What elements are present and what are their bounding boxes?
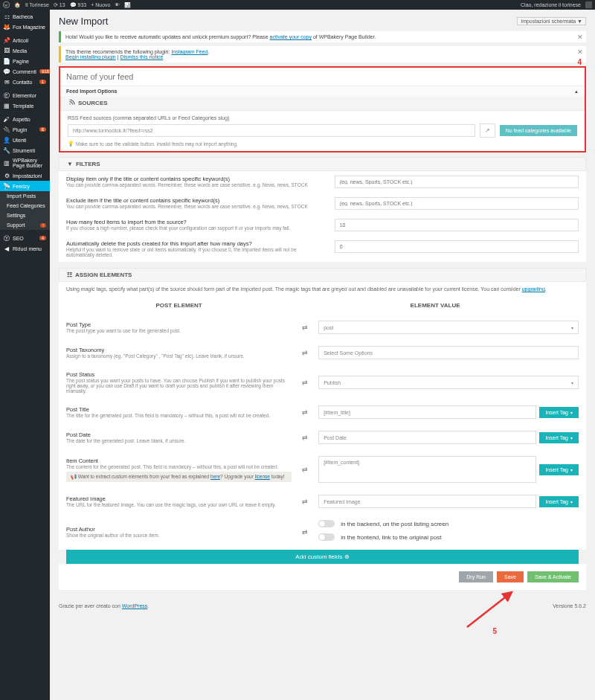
sidebar-item-elementor[interactable]: ⒺElementor	[0, 90, 50, 100]
sidebar-item-wpbakery[interactable]: ▥WPBakery Page Builder	[0, 155, 50, 170]
insert-tag-button[interactable]: Insert Tag ▾	[539, 496, 579, 507]
dry-run-button[interactable]: Dry Run	[459, 571, 493, 582]
sidebar-item-collapse[interactable]: ◀Riduci menu	[0, 243, 50, 254]
greeting[interactable]: Ciao, redazione il torinese	[521, 2, 581, 7]
post-title-input[interactable]: [#item_title]	[318, 405, 536, 419]
user-icon: 👤	[4, 137, 10, 143]
featured-image-label: Featured Image	[66, 495, 292, 502]
brush-icon: 🖌	[4, 116, 10, 122]
filter-delete-input[interactable]	[335, 240, 579, 253]
feed-options-label: Feed Import Options	[66, 89, 117, 94]
screen-options-toggle[interactable]: Impostazioni schermata ▼	[517, 17, 586, 25]
notice-plugin: This theme recommends the following plug…	[59, 46, 586, 62]
sidebar-item-media[interactable]: 🖼Media	[0, 45, 50, 56]
elementor-icon: Ⓔ	[4, 92, 10, 98]
new-link[interactable]: + Nuovo	[91, 2, 110, 7]
item-content-label: Item Content	[66, 457, 292, 464]
no-categories-button[interactable]: No feed categories available	[500, 125, 577, 136]
sidebar-item-commenti[interactable]: 💬Commenti918	[0, 66, 50, 77]
sidebar-item-fox[interactable]: 🦊Fox Magazine	[0, 22, 50, 32]
filter-count-label: How many feed items to import from the s…	[66, 219, 312, 225]
dismiss-icon[interactable]: ✕	[577, 48, 583, 56]
post-date-input[interactable]: Post Date	[318, 431, 536, 444]
comments-icon[interactable]: 💬 933	[70, 2, 87, 8]
insert-tag-button[interactable]: Insert Tag ▾	[539, 464, 579, 475]
mail-icon: ✉	[4, 79, 10, 85]
annotation-marker-4: 4	[577, 58, 582, 66]
here-link[interactable]: here	[210, 474, 220, 479]
rss-icon: 📡	[4, 183, 10, 189]
seo-icon: Ⓨ	[4, 235, 10, 241]
author-frontend-toggle[interactable]	[318, 533, 335, 541]
chart-icon[interactable]: 📊	[124, 2, 131, 8]
filter-exclude-input[interactable]	[335, 197, 579, 210]
sidebar-sub-import[interactable]: Import Posts	[0, 191, 50, 201]
activate-link[interactable]: activate your copy	[270, 34, 312, 39]
assign-col2-header: ELEMENT VALUE	[292, 302, 579, 309]
annotation-marker-5: 5	[492, 627, 497, 635]
save-activate-button[interactable]: Save & Activate	[527, 571, 579, 582]
wordpress-icon[interactable]	[3, 1, 10, 8]
chevron-down-icon: ▾	[571, 380, 573, 385]
megaphone-icon: 📢	[71, 474, 77, 479]
gear-icon: ⚙	[4, 173, 10, 179]
swap-icon: ⇄	[299, 466, 311, 473]
swap-icon: ⇄	[299, 498, 311, 505]
chevron-up-icon[interactable]: ▲	[574, 89, 579, 94]
sidebar-item-plugin[interactable]: 🔌Plugin6	[0, 124, 50, 135]
dismiss-icon[interactable]: ✕	[577, 33, 583, 41]
sidebar-item-bacheca[interactable]: ⚏Bacheca	[0, 11, 50, 22]
pin-icon: 📌	[4, 37, 10, 43]
chevron-down-icon: ▾	[570, 435, 573, 440]
assign-heading: ASSIGN ELEMENTS	[75, 272, 132, 278]
item-content-textarea[interactable]: [#item_content]	[318, 456, 536, 483]
filter-exclude-help: You can provide comma-separated words. R…	[66, 204, 312, 209]
refresh-icon[interactable]: ⟳ 13	[54, 2, 65, 8]
swap-icon: ⇄	[299, 434, 311, 441]
begin-install-link[interactable]: Begin installing plugin	[65, 54, 116, 60]
sidebar-item-feedzy[interactable]: 📡Feedzy	[0, 181, 50, 191]
toggle-label: in the backend, on the post listing scre…	[341, 521, 448, 527]
featured-image-input[interactable]: Featured Image	[318, 495, 536, 508]
filter-display-input[interactable]	[335, 176, 579, 188]
insert-tag-button[interactable]: Insert Tag ▾	[539, 432, 579, 443]
filters-heading: FILTERS	[76, 161, 100, 167]
toggle-label: in the frontend, link to the original po…	[341, 534, 441, 541]
sidebar-item-template[interactable]: ▦Template	[0, 100, 50, 111]
sidebar-item-strumenti[interactable]: 🔧Strumenti	[0, 145, 50, 155]
callout-upgrade: 📢 Want to extract custom elements from y…	[66, 472, 292, 482]
sidebar-item-pagine[interactable]: 📄Pagine	[0, 56, 50, 66]
collapse-icon: ◀	[4, 245, 10, 251]
dismiss-notice-link[interactable]: Dismiss this notice	[120, 54, 163, 60]
sidebar-sub-support[interactable]: Support!	[0, 220, 50, 230]
post-type-select[interactable]: post▾	[318, 321, 579, 334]
add-custom-fields-button[interactable]: Add custom fields ⊕	[66, 550, 579, 564]
author-backend-toggle[interactable]	[318, 520, 335, 527]
filter-count-input[interactable]	[335, 219, 579, 231]
upgrading-link[interactable]: upgrading	[522, 286, 545, 292]
feed-name-input[interactable]	[60, 68, 585, 86]
eye-icon[interactable]: 👁	[115, 2, 120, 7]
sidebar-sub-categories[interactable]: Feed Categories	[0, 201, 50, 211]
post-tax-select[interactable]: Select Some Options	[318, 346, 579, 359]
home-icon[interactable]: 🏠	[14, 2, 21, 8]
filter-exclude-label: Exclude item if the title or content con…	[66, 197, 312, 204]
sources-help: RSS Feed sources (comma separated URLs o…	[68, 115, 577, 121]
sidebar-sub-settings[interactable]: Settings	[0, 211, 50, 220]
avatar[interactable]	[585, 1, 592, 8]
post-status-select[interactable]: Publish▾	[318, 376, 579, 389]
license-link[interactable]: license	[255, 474, 270, 479]
insert-tag-button[interactable]: Insert Tag ▾	[539, 407, 579, 418]
sidebar-item-contatto[interactable]: ✉Contatto1	[0, 77, 50, 87]
validate-button[interactable]: ↗	[480, 123, 495, 138]
sidebar-item-articoli[interactable]: 📌Articoli	[0, 35, 50, 45]
sidebar-item-utenti[interactable]: 👤Utenti	[0, 135, 50, 145]
sidebar-item-aspetto[interactable]: 🖌Aspetto	[0, 114, 50, 124]
save-button[interactable]: Save	[497, 571, 524, 582]
plugin-link[interactable]: Instagram Feed	[171, 49, 208, 54]
wordpress-link[interactable]: WordPress	[122, 603, 148, 609]
sidebar-item-impostazioni[interactable]: ⚙Impostazioni	[0, 170, 50, 181]
site-name[interactable]: Il Torinese	[25, 2, 49, 7]
source-url-input[interactable]	[68, 124, 475, 137]
sidebar-item-seo[interactable]: ⓎSEO4	[0, 233, 50, 243]
